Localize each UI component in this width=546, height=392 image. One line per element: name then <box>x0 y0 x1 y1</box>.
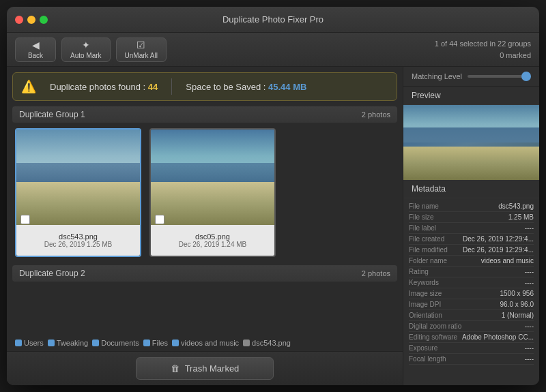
metadata-key: File created <box>409 235 447 243</box>
ground-layer-2 <box>151 182 274 225</box>
metadata-row: File namedsc543.png <box>409 201 534 212</box>
space-prefix: Space to be Saved : <box>186 82 268 92</box>
group2-count: 2 photos <box>362 269 390 277</box>
toolbar: ◀ Back ✦ Auto Mark ☑ UnMark All 1 of 44 … <box>7 33 539 67</box>
folder-icon-1 <box>48 340 55 346</box>
metadata-row: Folder namevideos and music <box>409 256 534 267</box>
metadata-val: 1.25 MB <box>508 213 534 221</box>
metadata-val: Dec 26, 2019 12:29:4... <box>463 246 534 254</box>
marked-info: 0 marked <box>435 50 531 61</box>
photo-info-2: dsc05.png Dec 26, 2019 1.24 MB <box>151 225 274 256</box>
metadata-key: File size <box>409 213 437 221</box>
breadcrumb: Users Tweaking Documents Files videos an… <box>7 335 403 351</box>
auto-mark-icon: ✦ <box>82 40 90 50</box>
dup-prefix: Duplicate photos found : <box>50 82 148 92</box>
trash-icon: 🗑 <box>171 363 179 374</box>
app-window: Duplicate Photo Fixer Pro ◀ Back ✦ Auto … <box>7 7 539 385</box>
trash-marked-button[interactable]: 🗑 Trash Marked <box>136 357 274 380</box>
metadata-row: Image size1500 x 956 <box>409 288 534 299</box>
matching-label: Matching Level <box>412 72 462 80</box>
trash-bar: 🗑 Trash Marked <box>7 351 403 385</box>
preview-header: Preview <box>403 87 539 105</box>
metadata-table: File namedsc543.pngFile size1.25 MBFile … <box>403 198 539 367</box>
metadata-val: Dec 26, 2019 12:29:4... <box>463 235 534 243</box>
breadcrumb-label-5: dsc543.png <box>252 339 291 347</box>
photo-checkbox-1[interactable] <box>20 215 30 224</box>
breadcrumb-item-4[interactable]: videos and music <box>172 339 239 347</box>
metadata-key: Image size <box>409 290 444 297</box>
ground-layer-1 <box>16 182 140 225</box>
photo-filename-2: dsc05.png <box>195 232 230 241</box>
breadcrumb-item-5[interactable]: dsc543.png <box>243 339 291 347</box>
duplicate-info: Duplicate photos found : 44 <box>50 82 158 92</box>
preview-section: Preview <box>403 87 539 180</box>
group2-header: Duplicate Group 2 2 photos <box>12 265 397 282</box>
breadcrumb-item-3[interactable]: Files <box>143 339 168 347</box>
photo-img-2 <box>151 130 274 225</box>
unmark-icon: ☑ <box>136 40 145 50</box>
metadata-row: File createdDec 26, 2019 12:29:4... <box>409 234 534 245</box>
right-panel: Matching Level Preview Metadata File nam… <box>403 67 539 385</box>
photo-meta-2: Dec 26, 2019 1.24 MB <box>179 241 247 248</box>
warning-icon: ⚠️ <box>21 79 36 94</box>
auto-mark-label: Auto Mark <box>70 52 102 59</box>
metadata-key: Focal length <box>409 355 448 363</box>
metadata-key: Folder name <box>409 257 450 265</box>
metadata-row: File size1.25 MB <box>409 212 534 223</box>
window-title: Duplicate Photo Fixer Pro <box>222 14 324 25</box>
file-icon-5 <box>243 340 250 346</box>
metadata-key: Orientation <box>409 312 445 319</box>
breadcrumb-item-1[interactable]: Tweaking <box>48 339 88 347</box>
preview-ground <box>403 147 539 181</box>
metadata-row: File modifiedDec 26, 2019 12:29:4... <box>409 245 534 256</box>
metadata-val: ---- <box>525 224 534 232</box>
metadata-key: Image DPI <box>409 301 444 308</box>
metadata-val: ---- <box>525 355 534 363</box>
back-label: Back <box>28 52 43 59</box>
auto-mark-button[interactable]: ✦ Auto Mark <box>61 37 111 62</box>
matching-slider[interactable] <box>468 75 531 78</box>
breadcrumb-label-3: Files <box>152 339 168 347</box>
breadcrumb-item-0[interactable]: Users <box>15 339 44 347</box>
selection-info: 1 of 44 selected in 22 groups <box>435 38 531 50</box>
maximize-button[interactable] <box>40 16 48 24</box>
trash-label: Trash Marked <box>185 363 240 374</box>
metadata-section: Metadata File namedsc543.pngFile size1.2… <box>403 180 539 385</box>
metadata-val: 1 (Normal) <box>502 312 534 319</box>
title-bar: Duplicate Photo Fixer Pro <box>7 7 539 33</box>
metadata-key: Digital zoom ratio <box>409 322 464 330</box>
dup-count: 44 <box>148 82 158 92</box>
matching-slider-thumb <box>521 72 531 81</box>
group1-title: Duplicate Group 1 <box>19 110 85 119</box>
metadata-val: videos and music <box>481 257 534 265</box>
metadata-val: dsc543.png <box>498 202 534 210</box>
metadata-val: 96.0 x 96.0 <box>500 301 534 308</box>
space-info: Space to be Saved : 45.44 MB <box>186 82 306 92</box>
left-panel: ⚠️ Duplicate photos found : 44 Space to … <box>7 67 403 385</box>
group1-count: 2 photos <box>362 110 390 119</box>
unmark-all-button[interactable]: ☑ UnMark All <box>116 37 167 62</box>
folder-icon-3 <box>143 340 150 346</box>
photo-info-1: dsc543.png Dec 26, 2019 1.25 MB <box>16 225 140 256</box>
back-button[interactable]: ◀ Back <box>15 37 56 62</box>
back-icon: ◀ <box>32 40 40 50</box>
photo-grid: dsc543.png Dec 26, 2019 1.25 MB dsc05.pn… <box>7 125 403 260</box>
metadata-row: Editing softwareAdobe Photoshop CC... <box>409 332 534 343</box>
matching-level: Matching Level <box>403 67 539 87</box>
minimize-button[interactable] <box>27 16 35 24</box>
group2-title: Duplicate Group 2 <box>19 269 85 278</box>
metadata-key: File name <box>409 202 442 210</box>
photo-card-2[interactable]: dsc05.png Dec 26, 2019 1.24 MB <box>149 128 276 257</box>
metadata-val: Adobe Photoshop CC... <box>462 333 534 341</box>
metadata-key: Editing software <box>409 333 460 341</box>
breadcrumb-item-2[interactable]: Documents <box>92 339 139 347</box>
metadata-row: Exposure---- <box>409 343 534 354</box>
photo-filename-1: dsc543.png <box>59 232 98 241</box>
breadcrumb-label-4: videos and music <box>181 339 239 347</box>
close-button[interactable] <box>15 16 23 24</box>
info-bar: ⚠️ Duplicate photos found : 44 Space to … <box>12 72 397 101</box>
photo-card-1[interactable]: dsc543.png Dec 26, 2019 1.25 MB <box>15 128 141 257</box>
photo-checkbox-2[interactable] <box>155 215 164 224</box>
folder-icon-4 <box>172 340 179 346</box>
metadata-val: ---- <box>525 344 534 352</box>
